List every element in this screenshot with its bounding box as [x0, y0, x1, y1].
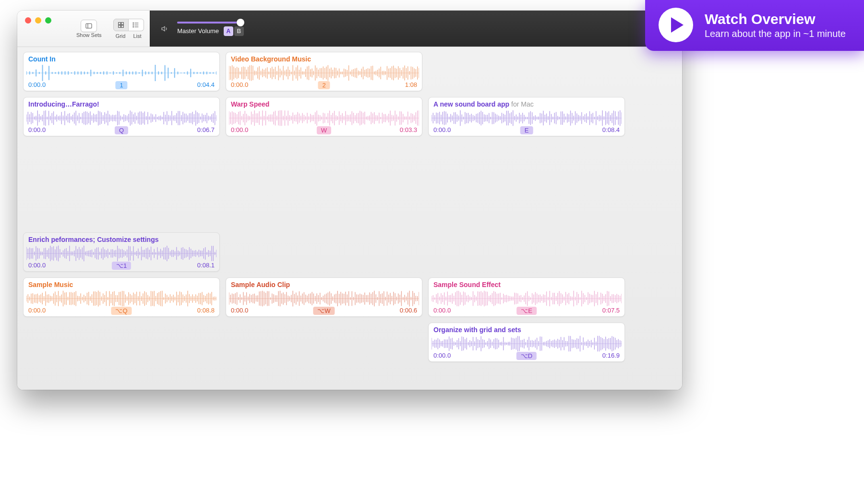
tile-sample-sound-effect[interactable]: Sample Sound Effect 0:00.0 0:07.5 ⌥E	[428, 277, 625, 317]
svg-rect-0	[86, 24, 92, 28]
grid-label: Grid	[116, 33, 126, 39]
tile-start-time: 0:00.0	[433, 352, 451, 359]
app-window: Show Sets Grid List	[17, 11, 682, 390]
ab-a-button[interactable]: A	[224, 26, 233, 36]
toolbar: Show Sets Grid List	[17, 11, 682, 47]
svg-point-11	[133, 26, 133, 27]
tile-count-in[interactable]: Count In 0:00.0 0:04.4 1	[23, 52, 220, 91]
show-sets-button[interactable]	[81, 20, 97, 32]
tile-start-time: 0:00.0	[28, 81, 46, 88]
waveform	[26, 290, 216, 307]
close-button[interactable]	[25, 17, 31, 24]
tile-end-time: 0:08.8	[197, 307, 215, 314]
list-label: List	[133, 33, 141, 39]
tile-end-time: 1:08	[405, 81, 417, 88]
list-icon	[132, 21, 140, 29]
banner-title: Watch Overview	[705, 11, 846, 27]
tile-new-sound-board[interactable]: A new sound board app for Mac 0:00.0 0:0…	[428, 97, 625, 136]
waveform	[229, 290, 419, 307]
tile-title: Introducing…Farrago!	[28, 100, 215, 108]
tile-end-time: 0:08.1	[197, 262, 215, 269]
tile-hotkey: W	[317, 126, 331, 134]
master-volume-slider[interactable]	[177, 22, 244, 24]
tile-title: A new sound board app for Mac	[433, 100, 620, 108]
ab-b-button[interactable]: B	[234, 26, 244, 36]
sound-grid: Count In 0:00.0 0:04.4 1 Video Backgroun…	[17, 47, 682, 367]
ab-toggle: A B	[224, 26, 244, 36]
tile-video-bg-music[interactable]: Video Background Music 0:00.0 1:08 2	[226, 52, 422, 91]
tile-enrich[interactable]: Enrich peformances; Customize settings 0…	[23, 232, 220, 272]
window-controls	[17, 11, 51, 25]
waveform	[26, 110, 216, 126]
tile-start-time: 0:00.0	[28, 262, 46, 269]
waveform	[26, 245, 216, 262]
banner-subtitle: Learn about the app in ~1 minute	[705, 28, 846, 39]
tile-intro-farrago[interactable]: Introducing…Farrago! 0:00.0 0:06.7 Q	[23, 97, 220, 136]
tile-start-time: 0:00.0	[231, 81, 248, 88]
tile-title: Sample Music	[28, 281, 215, 288]
tile-sample-music[interactable]: Sample Music 0:00.0 0:08.8 ⌥Q	[23, 277, 220, 317]
tile-title: Video Background Music	[231, 55, 417, 63]
tile-hotkey: E	[520, 126, 533, 134]
tile-title: Warp Speed	[231, 100, 417, 108]
tile-end-time: 0:16.9	[602, 352, 620, 359]
waveform	[432, 290, 622, 307]
tile-hotkey: 2	[318, 81, 330, 89]
minimize-button[interactable]	[35, 17, 41, 24]
tile-start-time: 0:00.0	[231, 126, 248, 133]
maximize-button[interactable]	[45, 17, 51, 24]
tile-start-time: 0:00.0	[231, 307, 248, 314]
master-bar: Master Volume A B Unpau	[150, 11, 682, 47]
svg-point-10	[133, 24, 133, 25]
svg-rect-3	[121, 22, 123, 24]
waveform	[229, 65, 419, 81]
view-mode-segmented	[113, 19, 144, 31]
tile-title: Sample Audio Clip	[231, 281, 417, 288]
tile-hotkey: ⌥1	[112, 262, 131, 270]
tile-organize-grid-sets[interactable]: Organize with grid and sets 0:00.0 0:16.…	[428, 323, 625, 362]
sidebar-icon	[85, 22, 93, 30]
tile-title: Enrich peformances; Customize settings	[28, 236, 215, 243]
svg-point-9	[133, 23, 133, 23]
tile-hotkey: ⌥E	[516, 307, 537, 315]
master-volume-label: Master Volume	[177, 27, 219, 35]
tile-end-time: 0:03.3	[400, 126, 417, 133]
grid-icon	[117, 21, 125, 29]
tile-end-time: 0:06.7	[197, 126, 215, 133]
tile-start-time: 0:00.0	[433, 126, 451, 133]
svg-marker-12	[162, 26, 165, 31]
tile-end-time: 0:08.4	[602, 126, 620, 133]
tile-hotkey: ⌥D	[516, 352, 537, 360]
play-icon	[659, 8, 693, 42]
svg-rect-5	[121, 25, 123, 27]
grid-view-button[interactable]	[113, 19, 129, 31]
waveform	[229, 110, 419, 126]
watch-overview-banner[interactable]: Watch Overview Learn about the app in ~1…	[645, 0, 864, 51]
tile-start-time: 0:00.0	[28, 126, 46, 133]
list-view-button[interactable]	[129, 19, 144, 31]
tile-start-time: 0:00.0	[28, 307, 46, 314]
tile-end-time: 0:07.5	[602, 307, 620, 314]
waveform	[432, 110, 622, 126]
tile-warp-speed[interactable]: Warp Speed 0:00.0 0:03.3 W	[226, 97, 422, 136]
svg-rect-4	[118, 25, 120, 27]
show-sets-label: Show Sets	[76, 32, 102, 38]
svg-rect-2	[118, 22, 120, 24]
waveform	[26, 65, 216, 81]
tile-hotkey: 1	[115, 81, 127, 89]
tile-sample-audio-clip[interactable]: Sample Audio Clip 0:00.0 0:00.6 ⌥W	[226, 277, 422, 317]
tile-title: Organize with grid and sets	[433, 326, 620, 334]
tile-hotkey: ⌥W	[313, 307, 335, 315]
waveform	[432, 336, 622, 352]
volume-icon	[161, 25, 168, 33]
volume-thumb[interactable]	[237, 19, 244, 26]
tile-hotkey: ⌥Q	[111, 307, 132, 315]
tile-title: Count In	[28, 55, 215, 63]
volume-fill	[177, 22, 241, 24]
tile-end-time: 0:04.4	[197, 81, 215, 88]
tile-start-time: 0:00.0	[433, 307, 451, 314]
tile-end-time: 0:00.6	[400, 307, 417, 314]
tile-hotkey: Q	[115, 126, 128, 134]
tile-title: Sample Sound Effect	[433, 281, 620, 288]
